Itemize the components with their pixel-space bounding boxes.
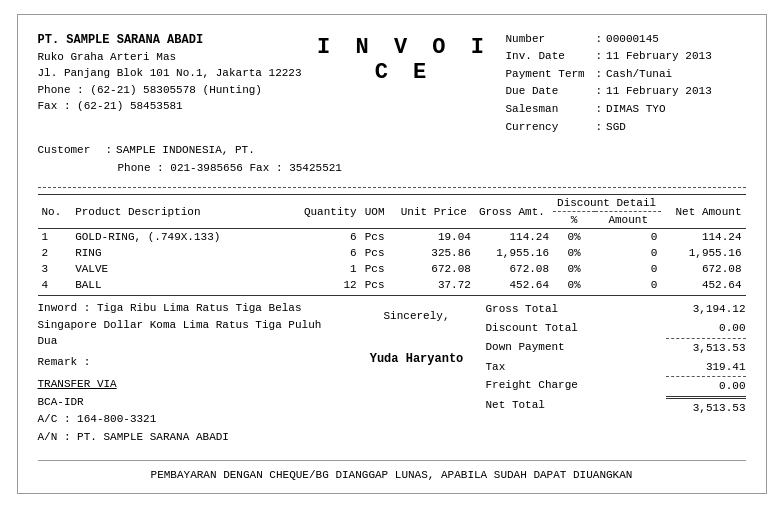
cell-unit-price: 672.08: [397, 261, 475, 277]
cell-qty: 1: [288, 261, 361, 277]
cell-no: 2: [38, 245, 72, 261]
transfer-bank: BCA-IDR: [38, 394, 348, 412]
inword-label: Inword :: [38, 302, 91, 314]
cell-desc: VALVE: [71, 261, 287, 277]
footer-left: Inword : Tiga Ribu Lima Ratus Tiga Belas…: [38, 300, 348, 446]
th-uom: UOM: [361, 195, 397, 229]
company-info: PT. SAMPLE SARANA ABADI Ruko Graha Arter…: [38, 31, 302, 115]
down-payment-value: 3,513.53: [666, 338, 746, 358]
cell-disc-amt: 0: [595, 261, 661, 277]
cell-gross-amt: 672.08: [475, 261, 553, 277]
meta-inv-date-label: Inv. Date: [506, 48, 596, 66]
meta-currency-label: Currency: [506, 119, 596, 137]
th-desc: Product Description: [71, 195, 287, 229]
th-unit-price: Unit Price: [397, 195, 475, 229]
freight-label: Freight Charge: [486, 376, 606, 396]
meta-currency: Currency : SGD: [506, 119, 746, 137]
table-row: 4 BALL 12 Pcs 37.72 452.64 0% 0 452.64: [38, 277, 746, 293]
discount-total-label: Discount Total: [486, 319, 606, 338]
footer-section: Inword : Tiga Ribu Lima Ratus Tiga Belas…: [38, 300, 746, 446]
th-net-amount: Net Amount: [661, 195, 745, 229]
cell-uom: Pcs: [361, 245, 397, 261]
net-total-label: Net Total: [486, 396, 606, 418]
cell-unit-price: 37.72: [397, 277, 475, 293]
cell-qty: 6: [288, 245, 361, 261]
summary-discount-total: Discount Total 0.00: [486, 319, 746, 338]
cell-disc-amt: 0: [595, 277, 661, 293]
cell-net-amt: 452.64: [661, 277, 745, 293]
table-body: 1 GOLD-RING, (.749X.133) 6 Pcs 19.04 114…: [38, 229, 746, 294]
cell-desc: BALL: [71, 277, 287, 293]
cell-disc-pct: 0%: [553, 261, 595, 277]
meta-number-value: 00000145: [606, 31, 745, 49]
cell-desc: GOLD-RING, (.749X.133): [71, 229, 287, 246]
cell-gross-amt: 1,955.16: [475, 245, 553, 261]
net-total-value: 3,513.53: [666, 396, 746, 418]
header-section: PT. SAMPLE SARANA ABADI Ruko Graha Arter…: [38, 31, 746, 137]
cell-gross-amt: 114.24: [475, 229, 553, 246]
inword-section: Inword : Tiga Ribu Lima Ratus Tiga Belas…: [38, 300, 348, 350]
summary-down-payment: Down Payment 3,513.53: [486, 338, 746, 358]
meta-number-label: Number: [506, 31, 596, 49]
customer-row: Customer : SAMPLE INDONESIA, PT.: [38, 142, 746, 160]
company-name: PT. SAMPLE SARANA ABADI: [38, 31, 302, 49]
invoice-meta: Number : 00000145 Inv. Date : 11 Februar…: [506, 31, 746, 137]
transfer-account: A/C : 164-800-3321: [38, 411, 348, 429]
th-no: No.: [38, 195, 72, 229]
remark-section: Remark :: [38, 356, 348, 368]
meta-due-date-value: 11 February 2013: [606, 83, 745, 101]
sincerely-section: Sincerely, Yuda Haryanto: [357, 300, 477, 366]
table-row: 3 VALVE 1 Pcs 672.08 672.08 0% 0 672.08: [38, 261, 746, 277]
cell-qty: 12: [288, 277, 361, 293]
customer-section: Customer : SAMPLE INDONESIA, PT. Phone :…: [38, 142, 746, 177]
company-fax: Fax : (62-21) 58453581: [38, 98, 302, 115]
table-header-row1: No. Product Description Quantity UOM Uni…: [38, 195, 746, 212]
summary-freight: Freight Charge 0.00: [486, 376, 746, 396]
cell-net-amt: 114.24: [661, 229, 745, 246]
cell-disc-pct: 0%: [553, 277, 595, 293]
invoice-title: I N V O I C E: [302, 31, 506, 85]
table-bottom-border: [38, 295, 746, 296]
cell-uom: Pcs: [361, 261, 397, 277]
cell-disc-pct: 0%: [553, 229, 595, 246]
th-disc-amt: Amount: [595, 212, 661, 229]
customer-label: Customer: [38, 142, 106, 160]
company-address2: Jl. Panjang Blok 101 No.1, Jakarta 12223: [38, 65, 302, 82]
freight-value: 0.00: [666, 376, 746, 396]
cell-gross-amt: 452.64: [475, 277, 553, 293]
meta-salesman: Salesman : DIMAS TYO: [506, 101, 746, 119]
invoice-container: PT. SAMPLE SARANA ABADI Ruko Graha Arter…: [17, 14, 767, 495]
table-row: 1 GOLD-RING, (.749X.133) 6 Pcs 19.04 114…: [38, 229, 746, 246]
transfer-label: TRANSFER VIA: [38, 376, 348, 394]
discount-total-value: 0.00: [666, 319, 746, 338]
cell-uom: Pcs: [361, 229, 397, 246]
cell-unit-price: 325.86: [397, 245, 475, 261]
meta-inv-date-value: 11 February 2013: [606, 48, 745, 66]
sincerely-text: Sincerely,: [357, 310, 477, 322]
meta-salesman-value: DIMAS TYO: [606, 101, 745, 119]
meta-salesman-label: Salesman: [506, 101, 596, 119]
footer-middle: Sincerely, Yuda Haryanto: [357, 300, 477, 446]
transfer-account-name: A/N : PT. SAMPLE SARANA ABADI: [38, 429, 348, 447]
cell-net-amt: 672.08: [661, 261, 745, 277]
th-discount-detail: Discount Detail: [553, 195, 661, 212]
meta-currency-value: SGD: [606, 119, 745, 137]
meta-payment-term-value: Cash/Tunai: [606, 66, 745, 84]
meta-inv-date: Inv. Date : 11 February 2013: [506, 48, 746, 66]
transfer-section: TRANSFER VIA BCA-IDR A/C : 164-800-3321 …: [38, 376, 348, 446]
meta-payment-term: Payment Term : Cash/Tunai: [506, 66, 746, 84]
remark-label: Remark :: [38, 356, 91, 368]
meta-due-date: Due Date : 11 February 2013: [506, 83, 746, 101]
cell-net-amt: 1,955.16: [661, 245, 745, 261]
tax-label: Tax: [486, 358, 606, 377]
cell-desc: RING: [71, 245, 287, 261]
cell-no: 4: [38, 277, 72, 293]
summary-section: Gross Total 3,194.12 Discount Total 0.00…: [486, 300, 746, 446]
signatory: Yuda Haryanto: [357, 352, 477, 366]
th-quantity: Quantity: [288, 195, 361, 229]
summary-net-total: Net Total 3,513.53: [486, 396, 746, 418]
footer-note: PEMBAYARAN DENGAN CHEQUE/BG DIANGGAP LUN…: [38, 460, 746, 481]
cell-no: 1: [38, 229, 72, 246]
meta-number: Number : 00000145: [506, 31, 746, 49]
th-gross-amt: Gross Amt.: [475, 195, 553, 229]
